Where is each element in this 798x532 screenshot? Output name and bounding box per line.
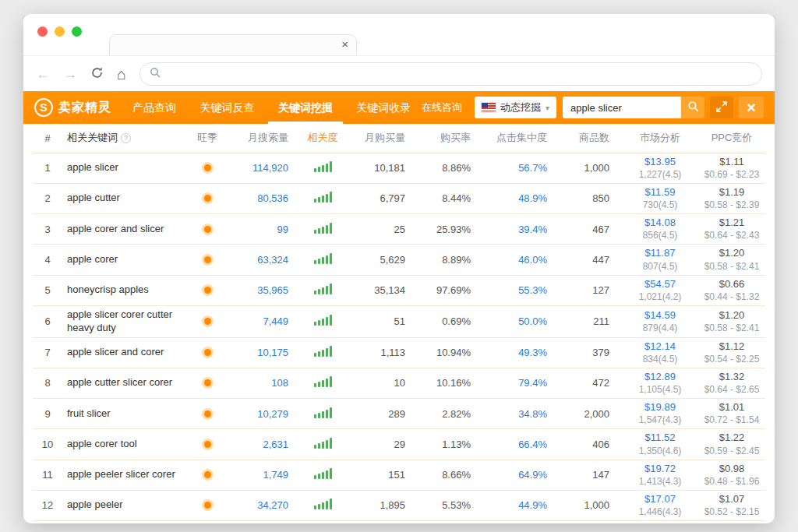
keyword-link[interactable]: apple corer and slicer xyxy=(67,223,164,234)
help-icon[interactable]: ? xyxy=(121,133,131,143)
ppc-bid-value: $1.21 xyxy=(703,217,761,229)
table-row: 11 apple peeler slicer corer 1,749 151 8… xyxy=(33,460,765,490)
click-concentration-link[interactable]: 66.4% xyxy=(518,439,547,450)
market-price-link[interactable]: $19.72 xyxy=(627,463,694,475)
address-bar[interactable] xyxy=(139,62,762,86)
keyword-link[interactable]: apple slicer and corer xyxy=(67,346,164,358)
product-count-value: 1,000 xyxy=(560,490,622,520)
row-number: 4 xyxy=(33,245,62,275)
panel-close-button[interactable]: × xyxy=(739,97,764,118)
relevance-bars-icon xyxy=(314,315,332,326)
market-price-link[interactable]: $11.87 xyxy=(627,247,694,259)
purchase-rate-value: 1.13% xyxy=(416,429,482,460)
purchase-rate-value: 97.69% xyxy=(416,275,482,305)
market-price-link[interactable]: $19.89 xyxy=(627,401,694,414)
click-concentration-link[interactable]: 50.0% xyxy=(518,315,547,327)
click-concentration-link[interactable]: 56.7% xyxy=(518,162,547,174)
search-volume-link[interactable]: 108 xyxy=(271,377,288,389)
back-icon[interactable]: ← xyxy=(36,67,50,81)
nav-item-product-query[interactable]: 产品查询 xyxy=(122,91,186,124)
home-icon[interactable]: ⌂ xyxy=(117,66,126,82)
online-consult-link[interactable]: 在线咨询 xyxy=(422,100,462,115)
purchase-volume-value: 35,134 xyxy=(348,275,416,305)
header-product-count[interactable]: 商品数 xyxy=(560,124,622,153)
expand-button[interactable] xyxy=(710,97,733,118)
mode-select[interactable]: 动态挖掘 ▾ xyxy=(475,97,556,118)
search-volume-link[interactable]: 2,631 xyxy=(263,439,288,450)
market-price-link[interactable]: $12.14 xyxy=(627,340,694,353)
header-purchase-rate[interactable]: 购买率 xyxy=(416,124,482,153)
click-concentration-link[interactable]: 49.3% xyxy=(518,347,547,358)
peak-season-dot-icon xyxy=(204,256,211,263)
click-concentration-link[interactable]: 55.3% xyxy=(518,284,547,296)
market-price-link[interactable]: $11.59 xyxy=(627,186,694,199)
click-concentration-link[interactable]: 64.9% xyxy=(518,469,547,481)
market-price-link[interactable]: $11.52 xyxy=(627,432,694,444)
brand-logo[interactable]: S 卖家精灵 xyxy=(34,98,111,117)
table-row: 12 apple peeler 34,270 1,895 5.53% 44.9%… xyxy=(33,490,765,520)
market-reviews-value: 1,547(4.3) xyxy=(627,414,694,426)
ppc-range-value: $0.69 - $2.23 xyxy=(703,169,761,181)
click-concentration-link[interactable]: 34.8% xyxy=(518,408,547,420)
search-volume-link[interactable]: 7,449 xyxy=(263,315,288,327)
header-market-analysis: 市场分析 xyxy=(622,124,698,153)
click-concentration-link[interactable]: 44.9% xyxy=(518,499,547,511)
close-window-button[interactable] xyxy=(37,26,48,37)
header-click-concentration[interactable]: 点击集中度 xyxy=(482,124,560,153)
minimize-window-button[interactable] xyxy=(55,26,65,37)
keyword-link[interactable]: apple peeler slicer corer xyxy=(67,468,175,480)
market-price-link[interactable]: $13.95 xyxy=(627,156,694,168)
keyword-link[interactable]: apple peeler xyxy=(67,499,123,510)
keyword-link[interactable]: apple corer xyxy=(67,253,118,265)
market-price-link[interactable]: $14.59 xyxy=(627,309,694,322)
keyword-link[interactable]: apple cutter xyxy=(67,192,120,203)
keyword-search-input[interactable] xyxy=(563,97,681,118)
header-purchase-volume[interactable]: 月购买量 xyxy=(348,124,416,153)
nav-item-keyword-mining[interactable]: 关键词挖掘 xyxy=(268,91,343,124)
search-volume-link[interactable]: 10,279 xyxy=(257,408,288,420)
purchase-volume-value: 25 xyxy=(348,214,416,245)
keyword-link[interactable]: honeycrisp apples xyxy=(67,284,149,295)
click-concentration-link[interactable]: 39.4% xyxy=(518,224,547,235)
search-volume-link[interactable]: 34,270 xyxy=(257,499,288,511)
search-volume-link[interactable]: 99 xyxy=(277,224,288,235)
forward-icon[interactable]: → xyxy=(63,67,77,81)
reload-icon[interactable] xyxy=(90,66,104,82)
tab-close-icon[interactable]: × xyxy=(341,37,348,51)
search-volume-link[interactable]: 80,536 xyxy=(257,192,288,204)
peak-season-dot-icon xyxy=(204,471,211,478)
ppc-range-value: $0.72 - $1.54 xyxy=(703,414,761,426)
purchase-rate-value: 0.69% xyxy=(416,305,482,337)
search-volume-link[interactable]: 63,324 xyxy=(257,254,288,266)
search-volume-link[interactable]: 35,965 xyxy=(257,284,288,296)
header-keyword-label: 相关关键词 xyxy=(67,132,118,143)
keyword-link[interactable]: apple corer tool xyxy=(67,438,137,449)
market-price-link[interactable]: $14.08 xyxy=(627,217,694,229)
keyword-link[interactable]: apple slicer corer cutter heavy duty xyxy=(67,308,172,333)
us-flag-icon xyxy=(482,103,496,112)
market-price-link[interactable]: $54.57 xyxy=(627,278,694,291)
click-concentration-link[interactable]: 79.4% xyxy=(518,377,547,389)
address-input[interactable] xyxy=(168,68,752,79)
search-button[interactable] xyxy=(681,97,704,118)
ppc-bid-value: $1.32 xyxy=(703,371,761,383)
search-volume-link[interactable]: 10,175 xyxy=(257,347,288,358)
nav-item-keyword-reverse[interactable]: 关键词反查 xyxy=(189,91,264,124)
search-volume-link[interactable]: 114,920 xyxy=(252,162,288,174)
search-volume-link[interactable]: 1,749 xyxy=(263,469,288,481)
header-search-volume[interactable]: 月搜索量 xyxy=(229,124,298,153)
ppc-range-value: $0.59 - $2.45 xyxy=(703,446,761,457)
keyword-link[interactable]: apple cutter slicer corer xyxy=(67,376,172,388)
market-price-link[interactable]: $12.89 xyxy=(627,371,694,383)
keyword-link[interactable]: apple slicer xyxy=(67,161,118,173)
header-relevance[interactable]: 相关度 xyxy=(298,124,348,153)
click-concentration-link[interactable]: 46.0% xyxy=(518,254,547,266)
nav-item-keyword-index[interactable]: 关键词收录 xyxy=(346,91,421,124)
browser-tab[interactable]: × xyxy=(109,34,357,55)
maximize-window-button[interactable] xyxy=(72,26,82,37)
purchase-volume-value: 29 xyxy=(348,429,416,460)
table-row: 8 apple cutter slicer corer 108 10 10.16… xyxy=(33,368,765,398)
keyword-link[interactable]: fruit slicer xyxy=(67,407,111,419)
market-price-link[interactable]: $17.07 xyxy=(627,493,694,506)
click-concentration-link[interactable]: 48.9% xyxy=(518,192,547,204)
